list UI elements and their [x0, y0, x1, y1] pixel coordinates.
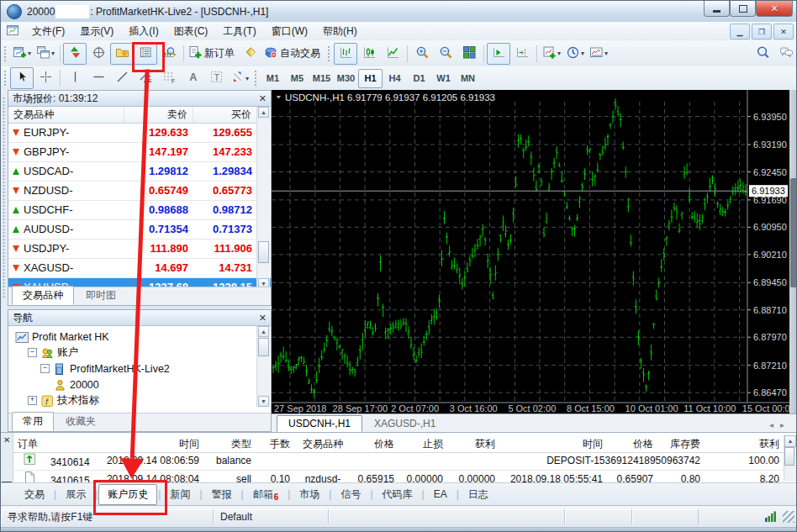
- terminal-tab-邮箱[interactable]: 邮箱6: [245, 485, 288, 504]
- chart-tab-usdcnh-h1[interactable]: USDCNH-,H1: [277, 415, 362, 432]
- toolbar-text-button[interactable]: A: [181, 67, 204, 89]
- dropdown-caret-icon[interactable]: ▾: [245, 75, 249, 82]
- column-header[interactable]: 卖价: [124, 107, 193, 123]
- navigator-node-20000[interactable]: 20000: [12, 377, 271, 392]
- chart-tab-xagusd-h1[interactable]: XAGUSD-,H1: [362, 415, 447, 432]
- toolbar-autotrading-button[interactable]: 自动交易: [262, 43, 325, 65]
- toolbar-new-chart-button[interactable]: ▾: [10, 43, 34, 65]
- child-restore-button[interactable]: ❐: [752, 24, 772, 40]
- timeframe-m5-button[interactable]: M5: [285, 69, 309, 88]
- terminal-history-row[interactable]: 34106142018.09.14 08:06:59balanceDEPOSIT…: [13, 452, 784, 471]
- timeframe-m1-button[interactable]: M1: [261, 69, 285, 88]
- child-window-icon[interactable]: [6, 24, 19, 40]
- restore-button[interactable]: [730, 1, 756, 17]
- toolbar-tile-windows-button[interactable]: [457, 43, 481, 65]
- toolbar-periods-button[interactable]: ▾: [563, 43, 587, 65]
- market-watch-column-headers[interactable]: 交易品种卖价买价: [8, 107, 271, 124]
- toolbar-crosshair-button[interactable]: [34, 67, 57, 89]
- toolbar-equidistant-channel-button[interactable]: E: [134, 67, 157, 89]
- market-watch-tab-symbols[interactable]: 交易品种: [12, 286, 74, 305]
- scroll-up-icon[interactable]: ▲: [258, 107, 269, 118]
- child-minimize-button[interactable]: ▁: [730, 24, 750, 40]
- menu-插入I[interactable]: 插入(I): [121, 22, 166, 41]
- toolbar-search-button[interactable]: [751, 43, 774, 65]
- menu-图表C[interactable]: 图表(C): [166, 22, 216, 41]
- timeframe-d1-button[interactable]: D1: [407, 69, 431, 88]
- toolbar-bar-chart-button[interactable]: [334, 43, 357, 65]
- toolbar-chart-shift-button[interactable]: [510, 43, 534, 65]
- dropdown-caret-icon[interactable]: ▾: [557, 50, 561, 57]
- terminal-tab-市场[interactable]: 市场: [291, 485, 328, 504]
- minimize-button[interactable]: [704, 1, 730, 17]
- market-watch-row-usdchf[interactable]: USDCHF-0.986880.98712: [8, 201, 271, 220]
- chart-window[interactable]: 6.939506.931906.924506.916906.909506.902…: [272, 90, 797, 413]
- scroll-down-icon[interactable]: ▼: [258, 396, 269, 407]
- terminal-tab-账户历史[interactable]: 账户历史: [98, 484, 157, 505]
- toolbar-fibonacci-button[interactable]: F: [157, 67, 181, 89]
- navigator-header[interactable]: 导航 ✕: [8, 310, 271, 326]
- market-watch-scrollbar[interactable]: ▲ ▼: [256, 107, 270, 289]
- timeframe-mn-button[interactable]: MN: [456, 69, 480, 88]
- close-button[interactable]: ✕: [756, 1, 793, 17]
- navigator-node-profitmarkethk-live2[interactable]: −ProfitMarketHK-Live2: [12, 361, 271, 377]
- terminal-column-header[interactable]: 手数: [256, 435, 295, 452]
- market-watch-row-usdjpy[interactable]: USDJPY-111.890111.906: [8, 240, 271, 259]
- title-bar[interactable]: 20000 : ProfitMarketHK-Live2 - [USDCNH-,…: [1, 1, 797, 23]
- terminal-tab-展示[interactable]: 展示: [57, 485, 94, 504]
- scroll-up-icon[interactable]: ▲: [784, 435, 796, 447]
- dock-handle[interactable]: [1, 90, 8, 432]
- market-watch-row-xagusd[interactable]: XAGUSD-14.69714.731: [8, 259, 271, 278]
- dropdown-caret-icon[interactable]: ▾: [51, 50, 55, 57]
- navigator-node-技术指标[interactable]: +f技术指标: [12, 392, 271, 408]
- market-watch-row-gbpjpy[interactable]: GBPJPY-147.197147.233: [8, 143, 271, 162]
- terminal-tab-代码库[interactable]: 代码库: [374, 485, 421, 504]
- toolbar-zoom-out-button[interactable]: [434, 43, 457, 65]
- column-header[interactable]: 买价: [193, 107, 257, 123]
- status-profile[interactable]: Default: [214, 509, 329, 524]
- terminal-tab-新闻[interactable]: 新闻: [161, 485, 198, 504]
- toolbar-arrows-tool-button[interactable]: ▾: [228, 67, 251, 89]
- collapse-icon[interactable]: −: [40, 364, 50, 373]
- toolbar-zoom-in-button[interactable]: [410, 43, 434, 65]
- navigator-scrollbar[interactable]: ▲ ▼: [256, 326, 270, 407]
- market-watch-close-icon[interactable]: ✕: [259, 94, 267, 103]
- chart-tab-scroll-arrows[interactable]: ◂▸: [769, 420, 797, 429]
- toolbar-cursor-button[interactable]: [10, 67, 34, 89]
- toolbar-candlestick-chart-button[interactable]: [357, 43, 381, 65]
- market-watch-tab-tick-chart[interactable]: 即时图: [75, 286, 127, 305]
- terminal-tab-ea[interactable]: EA: [425, 486, 456, 503]
- column-header[interactable]: 交易品种: [8, 107, 124, 123]
- toolbar-strategy-tester-button[interactable]: [157, 43, 181, 65]
- timeframe-h4-button[interactable]: H4: [383, 69, 407, 88]
- timeframe-w1-button[interactable]: W1: [431, 69, 456, 88]
- toolbar-profiles-button[interactable]: ▾: [34, 43, 57, 65]
- market-watch-row-nzdusd[interactable]: NZDUSD-0.657490.65773: [8, 182, 271, 201]
- navigator-tab-common[interactable]: 常用: [12, 412, 54, 431]
- chart-scrollbar[interactable]: [789, 90, 797, 413]
- terminal-header-row[interactable]: 订单时间类型手数交易品种价格止损获利时间价格库存费获利: [13, 435, 784, 453]
- terminal-column-header[interactable]: 订单: [13, 435, 88, 452]
- timeframe-m15-button[interactable]: M15: [309, 69, 334, 88]
- navigator-close-icon[interactable]: ✕: [259, 313, 267, 322]
- toolbar-trendline-button[interactable]: [110, 67, 134, 89]
- terminal-column-header[interactable]: 时间: [88, 435, 204, 452]
- toolbar-navigator-button[interactable]: [110, 43, 134, 65]
- terminal-column-header[interactable]: 价格: [351, 435, 399, 452]
- navigator-tab-favorites[interactable]: 收藏夹: [55, 412, 107, 431]
- terminal-column-header[interactable]: 价格: [608, 435, 658, 452]
- terminal-column-header[interactable]: 止损: [399, 435, 448, 452]
- child-close-button[interactable]: ✕: [773, 24, 794, 40]
- scroll-up-icon[interactable]: ▲: [258, 326, 269, 337]
- menu-文件F[interactable]: 文件(F): [24, 22, 72, 41]
- collapse-icon[interactable]: −: [28, 348, 37, 357]
- menu-显示V[interactable]: 显示(V): [72, 22, 121, 41]
- terminal-tab-信号[interactable]: 信号: [332, 485, 369, 504]
- market-watch-header[interactable]: 市场报价: 01:39:12 ✕: [8, 91, 271, 107]
- toolbar-templates-button[interactable]: ▾: [587, 43, 610, 65]
- expand-icon[interactable]: +: [28, 396, 37, 405]
- terminal-column-header[interactable]: 类型: [204, 435, 256, 452]
- terminal-tab-警报[interactable]: 警报: [203, 485, 240, 504]
- terminal-column-header[interactable]: 交易品种: [295, 435, 351, 452]
- timeframe-h1-button[interactable]: H1: [358, 69, 383, 88]
- toolbar-horizontal-line-button[interactable]: [87, 67, 110, 89]
